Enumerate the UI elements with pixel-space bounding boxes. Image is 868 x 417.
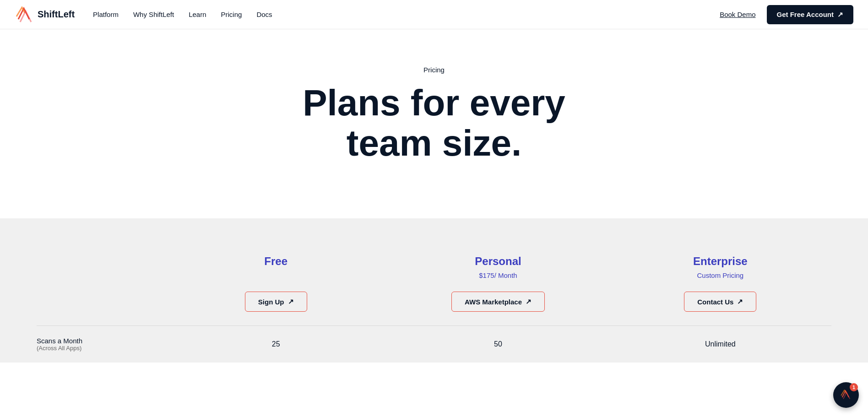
label-column-spacer [37,246,165,325]
plan-personal-price: $175/ Month [396,271,600,282]
navbar-right: Book Demo Get Free Account ↗ [720,5,853,24]
plan-enterprise-price: Custom Pricing [618,271,822,282]
get-free-account-button[interactable]: Get Free Account ↗ [767,5,853,24]
navbar-left: ShiftLeft Platform Why ShiftLeft Learn P… [15,6,272,23]
plan-free: Free Sign Up ↗ [165,246,387,325]
logo-icon [15,6,33,23]
plan-free-button[interactable]: Sign Up ↗ [245,292,307,312]
plan-free-price [174,271,378,282]
hero-label: Pricing [15,66,853,74]
nav-why-shiftleft[interactable]: Why ShiftLeft [133,11,174,18]
nav-platform[interactable]: Platform [93,11,119,18]
feature-free-scans: 25 [165,340,387,348]
plan-free-name: Free [174,255,378,268]
hero-section: Pricing Plans for every team size. [0,29,868,218]
external-link-icon: ↗ [837,11,843,19]
logo-text: ShiftLeft [38,9,75,20]
aws-marketplace-arrow-icon: ↗ [526,298,532,306]
book-demo-link[interactable]: Book Demo [720,11,755,18]
nav-links: Platform Why ShiftLeft Learn Pricing Doc… [93,11,272,19]
hero-title: Plans for every team size. [274,83,594,163]
pricing-grid: Free Sign Up ↗ Personal $175/ Month AWS … [37,246,831,325]
feature-enterprise-scans: Unlimited [609,340,831,348]
plan-personal-button[interactable]: AWS Marketplace ↗ [451,292,545,312]
features-section: Scans a Month (Across All Apps) 25 50 Un… [0,325,868,363]
plan-personal-name: Personal [396,255,600,268]
feature-row-scans: Scans a Month (Across All Apps) 25 50 Un… [37,325,831,363]
plan-enterprise: Enterprise Custom Pricing Contact Us ↗ [609,246,831,325]
feature-label-cell: Scans a Month (Across All Apps) [37,337,165,352]
plan-personal: Personal $175/ Month AWS Marketplace ↗ [387,246,609,325]
feature-scans-label: Scans a Month [37,337,156,345]
navbar: ShiftLeft Platform Why ShiftLeft Learn P… [0,0,868,29]
nav-pricing[interactable]: Pricing [221,11,242,18]
nav-docs[interactable]: Docs [256,11,272,18]
pricing-section: Free Sign Up ↗ Personal $175/ Month AWS … [0,218,868,325]
feature-personal-scans: 50 [387,340,609,348]
feature-scans-sublabel: (Across All Apps) [37,345,156,352]
nav-learn[interactable]: Learn [189,11,206,18]
contact-us-arrow-icon: ↗ [737,298,743,306]
logo-link[interactable]: ShiftLeft [15,6,75,23]
plan-enterprise-name: Enterprise [618,255,822,268]
plan-enterprise-button[interactable]: Contact Us ↗ [684,292,756,312]
sign-up-arrow-icon: ↗ [288,298,294,306]
